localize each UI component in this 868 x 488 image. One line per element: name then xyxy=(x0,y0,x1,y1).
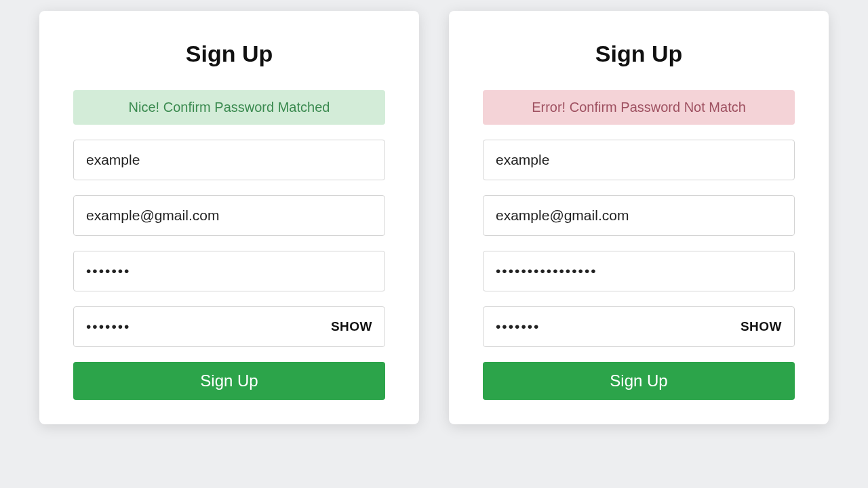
password-input[interactable] xyxy=(74,251,384,291)
show-password-toggle[interactable]: SHOW xyxy=(741,319,794,334)
password-field-wrapper xyxy=(483,251,795,291)
signup-card-error: Sign Up Error! Confirm Password Not Matc… xyxy=(449,11,829,424)
signup-button[interactable]: Sign Up xyxy=(483,362,795,400)
show-password-toggle[interactable]: SHOW xyxy=(331,319,384,334)
confirm-password-field-wrapper: SHOW xyxy=(483,306,795,347)
username-input[interactable] xyxy=(484,140,794,180)
confirm-password-input[interactable] xyxy=(74,307,331,346)
page-title: Sign Up xyxy=(73,41,385,67)
username-field-wrapper xyxy=(73,140,385,180)
status-alert-error: Error! Confirm Password Not Match xyxy=(483,90,795,125)
email-input[interactable] xyxy=(74,196,384,235)
page-title: Sign Up xyxy=(483,41,795,67)
email-input[interactable] xyxy=(484,196,794,235)
username-input[interactable] xyxy=(74,140,384,180)
signup-card-success: Sign Up Nice! Confirm Password Matched S… xyxy=(39,11,419,424)
confirm-password-input[interactable] xyxy=(484,307,741,346)
username-field-wrapper xyxy=(483,140,795,180)
password-input[interactable] xyxy=(484,251,794,291)
confirm-password-field-wrapper: SHOW xyxy=(73,306,385,347)
email-field-wrapper xyxy=(73,195,385,236)
email-field-wrapper xyxy=(483,195,795,236)
signup-button[interactable]: Sign Up xyxy=(73,362,385,400)
password-field-wrapper xyxy=(73,251,385,291)
status-alert-success: Nice! Confirm Password Matched xyxy=(73,90,385,125)
